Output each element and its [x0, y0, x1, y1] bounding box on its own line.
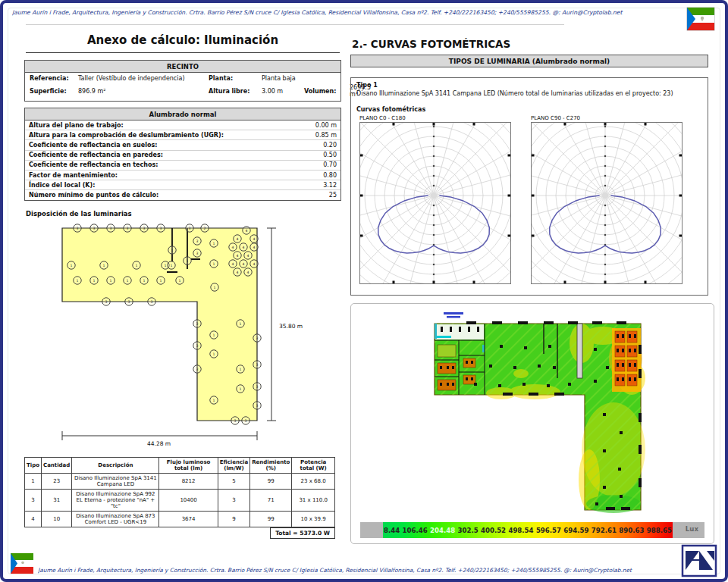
total-power: Total = 5373.0 W [270, 527, 335, 539]
svg-text:1: 1 [213, 352, 215, 355]
svg-text:3: 3 [127, 226, 129, 230]
alumbrado-header: Alumbrado normal [25, 108, 340, 120]
svg-text:1: 1 [143, 278, 146, 282]
alumbrado-row: Coeficiente de reflectancia en suelos:0.… [25, 139, 340, 149]
scale-value: 302.5 [457, 527, 479, 534]
left-panel: Anexo de cálculo: Iluminación RECINTO Re… [24, 26, 341, 539]
svg-text:1: 1 [179, 278, 181, 282]
svg-text:4: 4 [237, 236, 239, 240]
scale-value: 596.57 [535, 527, 562, 534]
scale-value: 890.63 [618, 527, 645, 534]
superficie-label: Superficie: [30, 88, 78, 95]
superficie-value: 896.9 m² [78, 88, 209, 95]
column-header: Descripción [72, 457, 159, 473]
svg-text:3: 3 [110, 226, 112, 230]
lux-color-scale: 8.44106.46204.48302.5400.52498.54596.576… [360, 522, 704, 538]
dim-height-label: 35.80 m [279, 323, 303, 330]
svg-text:4: 4 [243, 261, 245, 265]
svg-text:1: 1 [240, 386, 242, 390]
svg-text:1: 1 [213, 398, 215, 402]
polar-chart-c0: PLANO C0 - C180 [359, 115, 511, 284]
svg-text:1: 1 [71, 263, 73, 267]
plane2-label: PLANO C90 - C270 [531, 115, 682, 121]
plane1-label: PLANO C0 - C180 [359, 115, 511, 121]
svg-text:3: 3 [234, 418, 237, 422]
svg-text:3: 3 [196, 343, 199, 347]
svg-text:1: 1 [103, 263, 105, 267]
column-header: Flujo luminoso total (lm) [159, 457, 218, 473]
altura-libre-value: 3.00 m [262, 88, 304, 95]
column-header: Eficiencia (lm/W) [218, 457, 250, 473]
scale-value: 8.44 [383, 527, 400, 534]
alumbrado-row: Altura para la comprobación de deslumbra… [25, 130, 340, 139]
lux-unit-label: Lux [686, 525, 698, 533]
svg-text:4: 4 [232, 261, 234, 265]
illuminance-render-frame: 8.44106.46204.48302.5400.52498.54596.576… [350, 303, 714, 544]
scale-value: 106.46 [402, 527, 428, 534]
svg-text:3: 3 [256, 336, 259, 340]
svg-text:1: 1 [93, 278, 96, 282]
alumbrado-row: Índice del local (K):3.12 [25, 180, 340, 189]
svg-text:2: 2 [204, 226, 206, 230]
alumbrado-rows: Altura del plano de trabajo:0.00 mAltura… [25, 120, 340, 200]
svg-text:4: 4 [253, 245, 256, 249]
column-header: Tipo [25, 457, 42, 473]
recinto-header: RECINTO [25, 61, 340, 73]
svg-text:3: 3 [196, 367, 199, 371]
svg-text:4: 4 [247, 253, 249, 257]
recinto-table: RECINTO Referencia: Taller (Vestíbulo de… [24, 60, 341, 102]
luminaire-types-bar: TIPOS DE LUMINARIA (Alumbrado normal) [350, 55, 708, 67]
polar-chart-c90: PLANO C90 - C270 [531, 115, 682, 284]
column-header: Potencia total (W) [292, 457, 335, 473]
svg-text:4: 4 [237, 270, 239, 274]
scale-value: 400.52 [480, 527, 507, 534]
scale-value: 204.48 [429, 527, 456, 534]
header-divider [26, 24, 564, 25]
svg-text:3: 3 [105, 299, 108, 303]
company-logo [681, 544, 717, 577]
alumbrado-row: Factor de mantenimiento:0.80 [25, 170, 340, 180]
svg-text:3: 3 [256, 362, 259, 366]
svg-text:3: 3 [93, 226, 96, 230]
svg-text:3: 3 [128, 299, 130, 303]
table-body: 123Disano Illuminazione SpA 3141 Campana… [25, 473, 335, 527]
svg-text:1: 1 [214, 285, 216, 289]
column-header: Rendimiento (%) [250, 457, 292, 473]
svg-text:3: 3 [151, 299, 153, 303]
table-row: 410Disano Illuminazione SpA 873 Comfort … [25, 511, 335, 527]
svg-text:4: 4 [253, 261, 256, 265]
table-row: 331Disano Illuminazione SpA 992 EL Etern… [25, 489, 335, 511]
svg-text:3: 3 [256, 403, 259, 407]
document-page: Jaume Aurín i Frade, Arquitectura, Ingen… [0, 0, 728, 582]
alumbrado-table: Alumbrado normal Altura del plano de tra… [24, 108, 341, 201]
svg-text:4: 4 [243, 245, 245, 249]
svg-text:1: 1 [187, 258, 189, 262]
svg-text:3: 3 [196, 239, 199, 242]
svg-text:3: 3 [77, 226, 79, 230]
planta-label: Planta: [209, 75, 262, 82]
scale-value: 498.54 [507, 527, 534, 534]
svg-text:3: 3 [196, 251, 199, 255]
column-header: Cantidad [42, 457, 72, 473]
tipo1-description: Disano Illuminazione SpA 3141 Campana LE… [356, 90, 702, 97]
svg-text:3: 3 [256, 384, 259, 388]
svg-text:1: 1 [213, 333, 215, 336]
svg-text:1: 1 [127, 278, 129, 282]
svg-text:4: 4 [232, 245, 234, 249]
plan-title: Disposición de las luminarias [26, 210, 341, 217]
tipo1-box: Tipo 1 Disano Illuminazione SpA 3141 Cam… [350, 77, 708, 296]
table-header-row: TipoCantidadDescripciónFlujo luminoso to… [25, 457, 335, 473]
svg-text:3: 3 [196, 321, 199, 325]
volumen-label: Volumen: [304, 88, 350, 95]
svg-text:4: 4 [237, 253, 239, 257]
svg-text:1: 1 [213, 241, 215, 245]
title-rule [26, 52, 340, 53]
alumbrado-row: Coeficiente de reflectancia en paredes:0… [25, 150, 340, 160]
svg-text:4: 4 [246, 228, 248, 232]
svg-text:4: 4 [253, 236, 256, 240]
svg-text:4: 4 [247, 270, 249, 274]
svg-text:1: 1 [165, 263, 167, 267]
referencia-label: Referencia: [30, 75, 78, 82]
svg-text:1: 1 [110, 278, 112, 282]
svg-text:1: 1 [171, 248, 174, 252]
